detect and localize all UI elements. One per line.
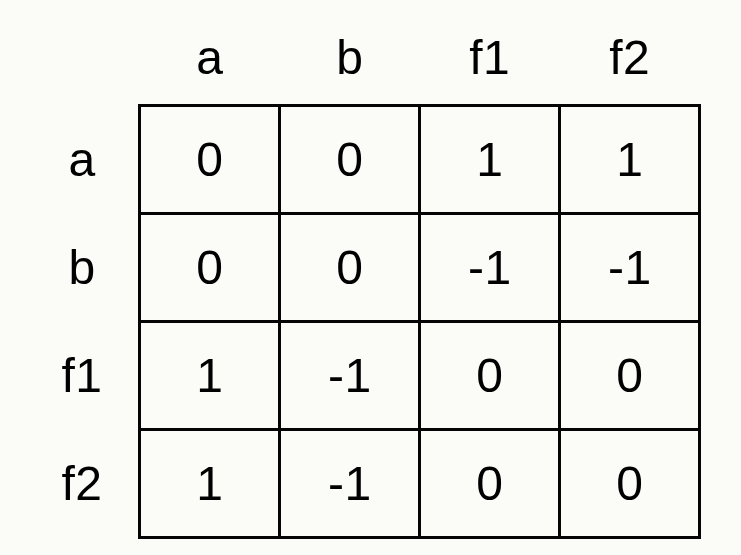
cell-a-a: 0 xyxy=(140,106,280,214)
row-header-b: b xyxy=(40,214,140,322)
table-row: f2 1 -1 0 0 xyxy=(40,430,700,538)
cell-b-a: 0 xyxy=(140,214,280,322)
cell-f1-b: -1 xyxy=(280,322,420,430)
cell-f2-a: 1 xyxy=(140,430,280,538)
matrix-table-container: a b f1 f2 a 0 0 1 1 b 0 0 -1 -1 f1 xyxy=(40,16,702,540)
cell-f2-b: -1 xyxy=(280,430,420,538)
cell-a-f2: 1 xyxy=(560,106,700,214)
cell-f1-a: 1 xyxy=(140,322,280,430)
cell-f2-f2: 0 xyxy=(560,430,700,538)
row-header-f1: f1 xyxy=(40,322,140,430)
cell-f1-f2: 0 xyxy=(560,322,700,430)
col-header-f2: f2 xyxy=(560,16,700,106)
col-header-b: b xyxy=(280,16,420,106)
row-header-a: a xyxy=(40,106,140,214)
cell-f1-f1: 0 xyxy=(420,322,560,430)
corner-cell xyxy=(40,16,140,106)
cell-a-b: 0 xyxy=(280,106,420,214)
matrix-table: a b f1 f2 a 0 0 1 1 b 0 0 -1 -1 f1 xyxy=(40,16,702,540)
table-row: a 0 0 1 1 xyxy=(40,106,700,214)
col-header-f1: f1 xyxy=(420,16,560,106)
cell-b-f1: -1 xyxy=(420,214,560,322)
row-header-f2: f2 xyxy=(40,430,140,538)
table-row: f1 1 -1 0 0 xyxy=(40,322,700,430)
cell-b-b: 0 xyxy=(280,214,420,322)
col-header-a: a xyxy=(140,16,280,106)
cell-b-f2: -1 xyxy=(560,214,700,322)
cell-a-f1: 1 xyxy=(420,106,560,214)
table-row: b 0 0 -1 -1 xyxy=(40,214,700,322)
cell-f2-f1: 0 xyxy=(420,430,560,538)
